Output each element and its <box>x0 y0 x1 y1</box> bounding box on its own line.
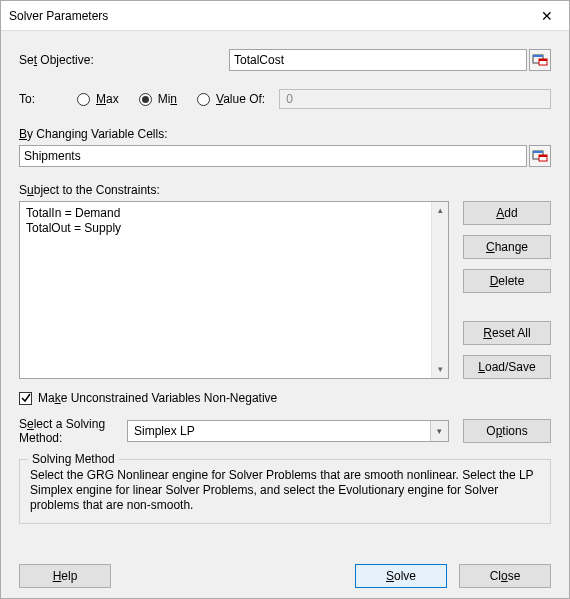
scroll-down-icon[interactable]: ▾ <box>432 361 448 378</box>
reset-all-button[interactable]: Reset All <box>463 321 551 345</box>
solving-method-select[interactable]: Simplex LP ▾ <box>127 420 449 442</box>
check-icon <box>21 393 31 403</box>
row-unconstrained-checkbox[interactable]: Make Unconstrained Variables Non-Negativ… <box>19 391 551 405</box>
radio-min-label: Min <box>158 92 177 106</box>
dialog-body: Set Objective: To: Max Min <box>1 31 569 598</box>
radio-max[interactable]: Max <box>77 92 119 106</box>
objective-input[interactable] <box>229 49 527 71</box>
help-button[interactable]: Help <box>19 564 111 588</box>
section-constraints: Subject to the Constraints: TotalIn = De… <box>19 183 551 379</box>
solving-method-legend: Solving Method <box>28 452 119 466</box>
solving-method-description: Select the GRG Nonlinear engine for Solv… <box>30 468 540 513</box>
solve-button[interactable]: Solve <box>355 564 447 588</box>
svg-rect-7 <box>539 155 547 157</box>
collapse-dialog-icon <box>532 148 548 164</box>
add-button[interactable]: Add <box>463 201 551 225</box>
radio-min-indicator <box>139 93 152 106</box>
options-button[interactable]: Options <box>463 419 551 443</box>
value-of-input: 0 <box>279 89 551 109</box>
radio-value-of[interactable]: Value Of: <box>197 92 265 106</box>
row-solving-method: Select a SolvingMethod: Simplex LP ▾ Opt… <box>19 417 551 445</box>
load-save-button[interactable]: Load/Save <box>463 355 551 379</box>
unconstrained-checkbox[interactable] <box>19 392 32 405</box>
label-constraints: Subject to the Constraints: <box>19 183 551 197</box>
chevron-down-icon: ▾ <box>430 421 448 441</box>
changing-cells-ref-button[interactable] <box>529 145 551 167</box>
radio-valueof-indicator <box>197 93 210 106</box>
constraint-side-buttons: Add Change Delete Reset All Load/Save <box>463 201 551 379</box>
row-set-objective: Set Objective: <box>19 49 551 71</box>
svg-rect-3 <box>539 59 547 61</box>
scroll-up-icon[interactable]: ▴ <box>432 202 448 219</box>
changing-cells-input[interactable] <box>19 145 527 167</box>
row-to: To: Max Min Value Of: 0 <box>19 89 551 109</box>
section-changing-cells: By Changing Variable Cells: <box>19 127 551 167</box>
label-unconstrained: Make Unconstrained Variables Non-Negativ… <box>38 391 277 405</box>
solving-method-value: Simplex LP <box>134 424 195 438</box>
svg-rect-1 <box>533 55 543 57</box>
label-to: To: <box>19 92 77 106</box>
constraints-listbox[interactable]: TotalIn = Demand TotalOut = Supply ▴ ▾ <box>19 201 449 379</box>
objective-ref-button[interactable] <box>529 49 551 71</box>
radio-max-label: Max <box>96 92 119 106</box>
radio-min[interactable]: Min <box>139 92 177 106</box>
label-set-objective: Set Objective: <box>19 53 229 67</box>
radio-max-indicator <box>77 93 90 106</box>
delete-button[interactable]: Delete <box>463 269 551 293</box>
constraint-item[interactable]: TotalIn = Demand <box>26 206 444 221</box>
label-select-method: Select a SolvingMethod: <box>19 417 127 445</box>
constraint-item[interactable]: TotalOut = Supply <box>26 221 444 236</box>
bottom-button-bar: Help Solve Close <box>19 552 551 588</box>
solver-parameters-dialog: Solver Parameters ✕ Set Objective: To: <box>0 0 570 599</box>
collapse-dialog-icon <box>532 52 548 68</box>
solving-method-group: Solving Method Select the GRG Nonlinear … <box>19 459 551 524</box>
change-button[interactable]: Change <box>463 235 551 259</box>
close-icon[interactable]: ✕ <box>524 1 569 30</box>
radio-valueof-label: Value Of: <box>216 92 265 106</box>
close-button[interactable]: Close <box>459 564 551 588</box>
window-title: Solver Parameters <box>9 9 108 23</box>
label-changing-cells: By Changing Variable Cells: <box>19 127 551 141</box>
svg-rect-5 <box>533 151 543 153</box>
scrollbar[interactable]: ▴ ▾ <box>431 202 448 378</box>
title-bar: Solver Parameters ✕ <box>1 1 569 31</box>
